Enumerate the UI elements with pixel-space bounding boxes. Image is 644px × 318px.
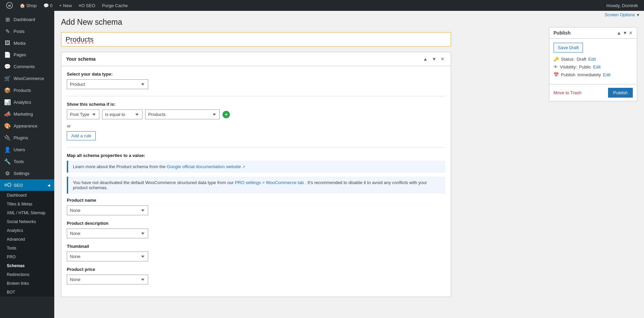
product-name-select[interactable]: None (67, 205, 148, 215)
visibility-label: Visibility: (560, 64, 577, 69)
seo-sub-schemas[interactable]: Schemas (0, 261, 54, 270)
status-edit-link[interactable]: Edit (588, 57, 596, 62)
screen-options-button[interactable]: Screen Options (605, 12, 635, 17)
seo-sub-analytics[interactable]: Analytics (0, 226, 54, 235)
sidebar-main-menu: ⊞ Dashboard ✎ Posts 🖼 Media 📄 Pages 💬 Co… (0, 14, 54, 191)
seo-sub-tools[interactable]: Tools (0, 244, 54, 253)
publish-when-label: Publish (561, 72, 575, 77)
sidebar-item-products[interactable]: 📦 Products (0, 84, 54, 96)
adminbar-comments[interactable]: 💬 0 (40, 0, 56, 11)
sidebar: ⊞ Dashboard ✎ Posts 🖼 Media 📄 Pages 💬 Co… (0, 11, 54, 318)
analytics-icon: 📊 (4, 99, 11, 105)
admin-bar-items: W 🏠 Shop 💬 0 + New ≡O SEO Purge Cache (3, 0, 603, 11)
sidebar-item-posts[interactable]: ✎ Posts (0, 25, 54, 37)
google-docs-link[interactable]: Google official documentation website ↗ (167, 164, 245, 169)
product-name-field: Product name None (67, 198, 445, 215)
publish-when-edit-link[interactable]: Edit (603, 72, 610, 77)
product-price-select[interactable]: None (67, 275, 148, 284)
sidebar-item-comments[interactable]: 💬 Comments (0, 61, 54, 73)
seo-sub-broken-links[interactable]: Broken links (0, 279, 54, 288)
sidebar-item-label: WooCommerce (14, 76, 44, 81)
sidebar-item-label: Products (14, 88, 31, 93)
add-rule-button[interactable]: Add a rule (67, 131, 96, 140)
sidebar-item-appearance[interactable]: 🎨 Appearance (0, 120, 54, 132)
product-description-label: Product description (67, 221, 445, 226)
adminbar-shop[interactable]: 🏠 Shop (16, 0, 40, 11)
sidebar-item-label: Appearance (14, 123, 37, 128)
sidebar-item-media[interactable]: 🖼 Media (0, 37, 54, 49)
publish-title: Publish (553, 30, 571, 36)
save-draft-button[interactable]: Save Draft (553, 43, 583, 53)
thumbnail-field: Thumbnail None (67, 244, 445, 261)
map-properties-group: Map all schema properties to a value: Le… (67, 153, 445, 284)
metabox-collapse-down[interactable]: ▼ (430, 56, 438, 62)
publish-footer: Move to Trash Publish (549, 84, 637, 101)
sidebar-item-label: SEO (14, 183, 23, 188)
schema-conditions: Post Type Page Category Tag is equal to … (67, 110, 445, 119)
sidebar-item-seo[interactable]: ≡O SEO ◀ (0, 179, 54, 191)
data-type-label: Select your data type: (67, 72, 445, 77)
seo-sub-titles-metas[interactable]: Titles & Metas (0, 200, 54, 208)
sidebar-item-pages[interactable]: 📄 Pages (0, 49, 54, 61)
sidebar-item-label: Analytics (14, 100, 31, 105)
metabox-collapse-up[interactable]: ▲ (422, 56, 429, 62)
visibility-value: Public (579, 64, 591, 69)
seo-sub-advanced[interactable]: Advanced (0, 235, 54, 244)
publish-metabox: Publish ▲ ▼ ✕ Save Draft 🔑 Status: Draft… (549, 27, 637, 101)
seo-sub-pro[interactable]: PRO (0, 253, 54, 261)
data-type-select[interactable]: Product Article FAQPage HowTo LocalBusin… (67, 79, 148, 89)
pages-icon: 📄 (4, 52, 11, 58)
seo-sub-bot[interactable]: BOT (0, 288, 54, 297)
sidebar-item-label: Posts (14, 29, 25, 34)
sidebar-item-label: Media (14, 41, 25, 46)
thumbnail-select[interactable]: None (67, 252, 148, 261)
metabox-close[interactable]: ✕ (439, 56, 446, 62)
seo-icon: ≡O (4, 182, 11, 188)
sidebar-item-analytics[interactable]: 📊 Analytics (0, 96, 54, 108)
status-label: Status: (561, 57, 574, 62)
visibility-edit-link[interactable]: Edit (593, 64, 601, 69)
sidebar-item-woocommerce[interactable]: 🛒 WooCommerce (0, 73, 54, 84)
sidebar-item-dashboard[interactable]: ⊞ Dashboard (0, 14, 54, 25)
publish-collapse-down[interactable]: ▼ (623, 30, 627, 36)
sidebar-item-plugins[interactable]: 🔌 Plugins (0, 132, 54, 144)
adminbar-seo[interactable]: ≡O SEO (75, 0, 99, 11)
users-icon: 👤 (4, 146, 11, 153)
add-condition-button[interactable]: + (222, 111, 230, 118)
metabox-header: Your schema ▲ ▼ ✕ (61, 52, 451, 66)
publish-body: Save Draft 🔑 Status: Draft Edit 👁 Visibi… (549, 39, 637, 84)
sidebar-item-users[interactable]: 👤 Users (0, 144, 54, 156)
seo-sub-dashboard[interactable]: Dashboard (0, 191, 54, 200)
product-description-select[interactable]: None (67, 228, 148, 238)
sidebar-item-label: Settings (14, 171, 30, 176)
product-name-label: Product name (67, 198, 445, 203)
publish-button[interactable]: Publish (608, 88, 633, 98)
admin-bar: W 🏠 Shop 💬 0 + New ≡O SEO Purge Cache Ho… (0, 0, 644, 11)
pro-settings-link[interactable]: PRO settings > WooCommerce tab (235, 180, 304, 185)
publish-close[interactable]: ✕ (629, 30, 633, 36)
visibility-row: 👁 Visibility: Public Edit (553, 64, 633, 69)
adminbar-new[interactable]: + New (56, 0, 75, 11)
divider-1 (67, 96, 445, 96)
sidebar-collapse-icon: ◀ (47, 183, 50, 187)
seo-sub-social-networks[interactable]: Social Networks (0, 217, 54, 226)
condition-op-select[interactable]: is equal to is not equal to (102, 110, 142, 119)
sidebar-item-label: Dashboard (14, 17, 35, 22)
visibility-icon: 👁 (553, 64, 558, 69)
adminbar-purge-cache[interactable]: Purge Cache (99, 0, 131, 11)
seo-sub-redirections[interactable]: Redirections (0, 270, 54, 279)
condition-value-select[interactable]: Products Posts Pages (145, 110, 220, 119)
condition-field-select[interactable]: Post Type Page Category Tag (67, 110, 99, 119)
wp-logo-item[interactable]: W (3, 0, 16, 11)
move-trash-link[interactable]: Move to Trash (553, 90, 581, 95)
schema-name-input[interactable] (61, 32, 451, 46)
publish-header: Publish ▲ ▼ ✕ (549, 27, 637, 39)
product-price-field: Product price None (67, 267, 445, 284)
sidebar-item-tools[interactable]: 🔧 Tools (0, 156, 54, 167)
or-text: or (67, 123, 445, 128)
publish-collapse-up[interactable]: ▲ (617, 30, 621, 36)
tools-icon: 🔧 (4, 158, 11, 165)
sidebar-item-marketing[interactable]: 📣 Marketing (0, 108, 54, 120)
seo-sub-sitemap[interactable]: XML / HTML Sitemap (0, 208, 54, 217)
sidebar-item-settings[interactable]: ⚙ Settings (0, 167, 54, 179)
